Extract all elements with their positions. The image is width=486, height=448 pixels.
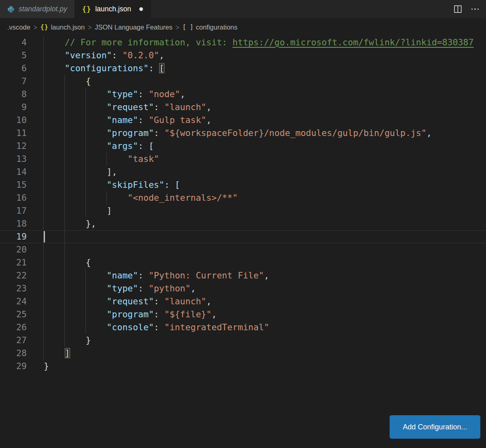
code-line-29[interactable]: 29} — [0, 360, 486, 373]
code-line-17[interactable]: 17 ] — [0, 204, 486, 217]
line-content: "configurations": [ — [44, 62, 164, 75]
code-line-19[interactable]: 19 — [0, 230, 486, 243]
line-number[interactable]: 25 — [0, 308, 44, 321]
code-line-24[interactable]: 24 "request": "launch", — [0, 295, 486, 308]
editor[interactable]: 4 // For more information, visit: https:… — [0, 36, 486, 373]
line-number[interactable]: 13 — [0, 153, 44, 166]
token-key: "type" — [107, 89, 138, 99]
line-number[interactable]: 12 — [0, 140, 44, 153]
code-line-8[interactable]: 8 "type": "node", — [0, 88, 486, 101]
token-key: "console" — [107, 322, 154, 332]
modified-indicator-dot[interactable] — [139, 7, 143, 11]
breadcrumb: .vscode > {} launch.json > JSON Language… — [0, 18, 486, 36]
token-key: "name" — [107, 270, 138, 280]
line-number[interactable]: 5 — [0, 49, 44, 62]
code-line-12[interactable]: 12 "args": [ — [0, 140, 486, 153]
breadcrumb-item-configurations[interactable]: [ ] configurations — [182, 23, 237, 31]
token-str: "launch" — [164, 102, 207, 112]
token-punc — [44, 141, 107, 151]
line-number[interactable]: 10 — [0, 114, 44, 127]
line-number[interactable]: 17 — [0, 204, 44, 217]
token-punc — [44, 50, 65, 60]
code-line-16[interactable]: 16 "<node_internals>/**" — [0, 191, 486, 204]
code-line-6[interactable]: 6 "configurations": [ — [0, 62, 486, 75]
breadcrumb-item-vscode[interactable]: .vscode — [7, 23, 30, 31]
line-content: "<node_internals>/**" — [44, 191, 238, 204]
split-editor-icon[interactable] — [454, 5, 462, 13]
line-number[interactable]: 14 — [0, 166, 44, 178]
ellipsis-icon[interactable] — [471, 8, 479, 10]
token-punc — [44, 115, 107, 125]
line-content: "console": "integratedTerminal" — [44, 321, 269, 334]
token-str: "node" — [149, 89, 180, 99]
code-line-13[interactable]: 13 "task" — [0, 153, 486, 166]
line-number[interactable]: 26 — [0, 321, 44, 334]
token-punc: : — [138, 283, 149, 293]
code-line-22[interactable]: 22 "name": "Python: Current File", — [0, 269, 486, 282]
breadcrumb-item-json-language-features[interactable]: JSON Language Features — [95, 23, 173, 31]
token-match: [ — [159, 63, 164, 73]
code-line-21[interactable]: 21 { — [0, 256, 486, 269]
python-icon — [7, 6, 15, 13]
code-line-23[interactable]: 23 "type": "python", — [0, 282, 486, 295]
line-number[interactable]: 28 — [0, 347, 44, 360]
code-line-14[interactable]: 14 ], — [0, 166, 486, 178]
line-number[interactable]: 22 — [0, 269, 44, 282]
line-number[interactable]: 23 — [0, 282, 44, 295]
line-number[interactable]: 16 — [0, 191, 44, 204]
line-content: "version": "0.2.0", — [44, 49, 164, 62]
line-number[interactable]: 19 — [0, 230, 44, 243]
line-number[interactable]: 21 — [0, 256, 44, 269]
line-number[interactable]: 29 — [0, 360, 44, 373]
line-number[interactable]: 27 — [0, 334, 44, 347]
token-punc: : — [154, 322, 164, 332]
line-number[interactable]: 18 — [0, 217, 44, 230]
code-line-26[interactable]: 26 "console": "integratedTerminal" — [0, 321, 486, 334]
code-line-18[interactable]: 18 }, — [0, 217, 486, 230]
token-link[interactable]: https://go.microsoft.com/fwlink/?linkid=… — [232, 37, 473, 47]
line-number[interactable]: 8 — [0, 88, 44, 101]
line-number[interactable]: 7 — [0, 75, 44, 88]
line-content: ] — [44, 204, 112, 217]
line-number[interactable]: 9 — [0, 101, 44, 114]
token-punc: }, — [44, 219, 96, 229]
token-punc — [44, 270, 107, 280]
code-line-10[interactable]: 10 "name": "Gulp task", — [0, 114, 486, 127]
token-punc: ] — [44, 206, 112, 216]
code-line-28[interactable]: 28 ] — [0, 347, 486, 360]
token-str: "0.2.0" — [122, 50, 159, 60]
tab-launch-json[interactable]: {} launch.json — [75, 0, 151, 18]
line-number[interactable]: 20 — [0, 243, 44, 256]
code-line-15[interactable]: 15 "skipFiles": [ — [0, 178, 486, 191]
line-number[interactable]: 24 — [0, 295, 44, 308]
code-line-11[interactable]: 11 "program": "${workspaceFolder}/node_m… — [0, 127, 486, 140]
token-key: "skipFiles" — [107, 180, 164, 190]
code-line-4[interactable]: 4 // For more information, visit: https:… — [0, 36, 486, 49]
line-content: ], — [44, 166, 117, 178]
breadcrumb-label: launch.json — [51, 23, 85, 31]
code-line-25[interactable]: 25 "program": "${file}", — [0, 308, 486, 321]
line-number[interactable]: 11 — [0, 127, 44, 140]
line-content: }, — [44, 217, 96, 230]
add-configuration-button[interactable]: Add Configuration... — [390, 415, 480, 439]
code-line-27[interactable]: 27 } — [0, 334, 486, 347]
line-number[interactable]: 15 — [0, 178, 44, 191]
chevron-right-icon: > — [88, 23, 92, 31]
code-line-9[interactable]: 9 "request": "launch", — [0, 101, 486, 114]
token-key: "request" — [107, 296, 154, 306]
line-number[interactable]: 6 — [0, 62, 44, 75]
code-line-5[interactable]: 5 "version": "0.2.0", — [0, 49, 486, 62]
editor-lines: 4 // For more information, visit: https:… — [0, 36, 486, 373]
token-match: ] — [65, 348, 70, 358]
token-punc — [44, 348, 65, 358]
token-str: "launch" — [164, 296, 207, 306]
line-number[interactable]: 4 — [0, 36, 44, 49]
token-punc — [44, 296, 107, 306]
tab-standardplot-py[interactable]: standardplot.py — [0, 0, 75, 18]
breadcrumb-item-launch-json[interactable]: {} launch.json — [40, 23, 85, 31]
token-key: "configurations" — [65, 63, 149, 73]
code-line-7[interactable]: 7 { — [0, 75, 486, 88]
line-content: { — [44, 256, 91, 269]
code-line-20[interactable]: 20 — [0, 243, 486, 256]
token-key: "args" — [107, 141, 138, 151]
